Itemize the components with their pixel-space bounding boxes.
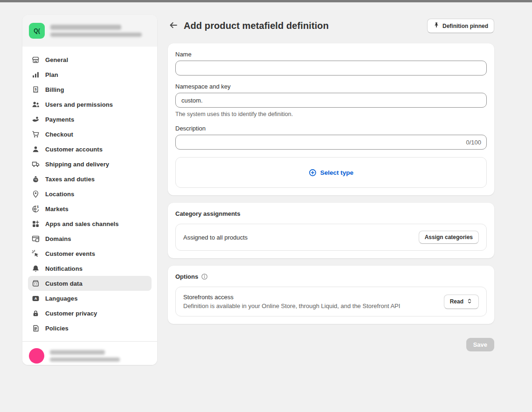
storefronts-access-description: Definition is available in your Online S… xyxy=(183,302,438,309)
sidebar-item-customer-accounts[interactable]: Customer accounts xyxy=(28,142,152,157)
user-name-blur xyxy=(50,350,105,355)
tax-icon: % xyxy=(32,175,40,183)
category-assignment-row: Assigned to all products Assign categori… xyxy=(175,224,487,251)
person-icon xyxy=(32,145,40,153)
sidebar-item-domains[interactable]: Domains xyxy=(28,231,152,246)
billing-icon: $ xyxy=(32,86,40,94)
save-button[interactable]: Save xyxy=(466,338,494,351)
store-icon xyxy=(32,56,40,64)
assigned-products-text: Assigned to all products xyxy=(183,234,413,241)
sidebar-item-users-and-permissions[interactable]: Users and permissions xyxy=(28,97,152,112)
storefronts-access-row: Storefronts access Definition is availab… xyxy=(175,287,487,316)
pin-icon xyxy=(433,22,440,30)
svg-text:%: % xyxy=(34,178,37,181)
store-name-redacted xyxy=(50,25,142,37)
options-card: Options Storefronts access Definition is… xyxy=(168,266,494,324)
select-type-label: Select type xyxy=(320,169,353,176)
truck-icon xyxy=(32,160,40,168)
description-input[interactable] xyxy=(175,135,487,150)
sidebar-nav: General Plan $ Billing Users and permiss… xyxy=(22,47,157,341)
page-title: Add product metafield definition xyxy=(184,21,329,31)
save-row: Save xyxy=(168,338,494,351)
svg-text:$: $ xyxy=(37,205,39,209)
storefront-access-select[interactable]: Read xyxy=(444,295,479,309)
store-url-blur xyxy=(50,33,142,37)
sidebar-item-checkout[interactable]: Checkout xyxy=(28,127,152,142)
languages-icon: A xyxy=(32,295,40,302)
custom-data-icon xyxy=(32,280,40,288)
user-avatar xyxy=(29,348,44,364)
location-pin-icon xyxy=(32,190,40,198)
svg-text:A: A xyxy=(35,296,37,301)
info-icon[interactable] xyxy=(201,273,208,280)
sidebar-item-payments[interactable]: Payments xyxy=(28,112,152,127)
name-input[interactable] xyxy=(175,61,487,76)
select-type-button[interactable]: Select type xyxy=(175,157,487,188)
name-field-group: Name xyxy=(175,51,487,76)
policies-icon xyxy=(32,324,40,332)
sidebar-item-locations[interactable]: Locations xyxy=(28,186,152,201)
storefronts-access-title: Storefronts access xyxy=(183,294,438,301)
options-heading: Options xyxy=(175,273,198,280)
back-button[interactable] xyxy=(168,21,179,32)
apps-icon xyxy=(32,220,40,228)
definition-pinned-button[interactable]: Definition pinned xyxy=(427,19,494,33)
sidebar-item-billing[interactable]: $ Billing xyxy=(28,82,152,97)
user-name-redacted xyxy=(50,350,120,362)
category-assignments-heading: Category assignments xyxy=(175,210,240,217)
plus-circle-icon xyxy=(309,169,317,177)
payments-icon xyxy=(32,116,40,124)
main-content: Add product metafield definition Definit… xyxy=(168,19,494,351)
category-assignments-card: Category assignments Assigned to all pro… xyxy=(168,203,494,258)
sidebar-item-languages[interactable]: A Languages xyxy=(28,291,152,306)
domains-icon xyxy=(32,235,40,243)
namespace-input[interactable] xyxy=(175,93,487,108)
users-icon xyxy=(32,101,40,109)
cart-icon xyxy=(32,130,40,138)
store-header[interactable]: Q( xyxy=(22,15,157,47)
name-label: Name xyxy=(175,51,487,58)
store-name-blur xyxy=(50,25,121,30)
arrow-left-icon xyxy=(169,21,178,31)
chevron-updown-icon xyxy=(466,298,473,306)
namespace-help-text: The system uses this to identify the def… xyxy=(175,111,487,117)
user-footer[interactable] xyxy=(22,341,157,365)
namespace-field-group: Namespace and key The system uses this t… xyxy=(175,83,487,117)
sidebar-item-notifications[interactable]: Notifications xyxy=(28,261,152,276)
bell-icon xyxy=(32,265,40,273)
user-email-blur xyxy=(50,357,120,362)
lock-icon xyxy=(32,309,40,317)
definition-pinned-label: Definition pinned xyxy=(442,23,488,29)
storefront-access-value: Read xyxy=(450,298,463,305)
sidebar-item-apps-and-sales-channels[interactable]: Apps and sales channels xyxy=(28,216,152,231)
globe-icon: $ xyxy=(32,205,40,213)
sidebar-item-general[interactable]: General xyxy=(28,52,152,67)
sidebar-item-policies[interactable]: Policies xyxy=(28,321,152,336)
namespace-label: Namespace and key xyxy=(175,83,487,90)
sidebar-item-custom-data[interactable]: Custom data xyxy=(28,276,152,291)
sidebar-item-plan[interactable]: Plan xyxy=(28,67,152,82)
settings-sidebar: Q( General Plan $ Billing Users and perm… xyxy=(22,15,157,365)
definition-form-card: Name Namespace and key The system uses t… xyxy=(168,43,494,195)
sidebar-item-taxes-and-duties[interactable]: % Taxes and duties xyxy=(28,172,152,186)
sidebar-item-markets[interactable]: $ Markets xyxy=(28,201,152,216)
window-top-bar xyxy=(0,0,532,2)
assign-categories-button[interactable]: Assign categories xyxy=(419,231,479,244)
assign-categories-label: Assign categories xyxy=(425,234,473,240)
page-header: Add product metafield definition Definit… xyxy=(168,19,494,33)
svg-text:$: $ xyxy=(35,87,37,91)
sidebar-item-customer-privacy[interactable]: Customer privacy xyxy=(28,306,152,321)
description-field-group: Description 0/100 xyxy=(175,125,487,150)
sidebar-item-shipping-and-delivery[interactable]: Shipping and delivery xyxy=(28,157,152,172)
sidebar-item-customer-events[interactable]: Customer events xyxy=(28,246,152,261)
description-label: Description xyxy=(175,125,487,132)
plan-icon xyxy=(32,71,40,79)
cursor-click-icon xyxy=(32,250,40,258)
store-avatar: Q( xyxy=(29,23,45,39)
